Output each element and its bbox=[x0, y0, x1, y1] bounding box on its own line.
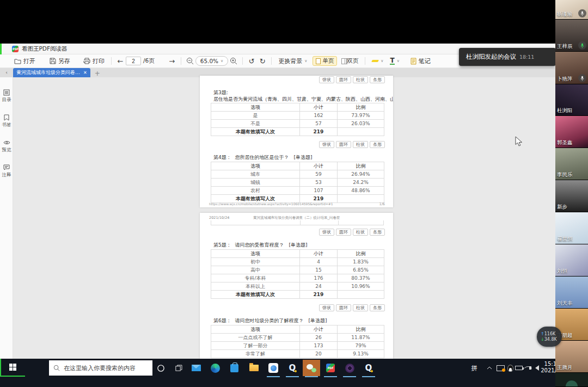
zoom-in-button[interactable] bbox=[228, 56, 239, 67]
chevron-down-icon: ∨ bbox=[381, 59, 383, 63]
start-button[interactable] bbox=[0, 359, 25, 377]
table-row: 专科/本科17680.37% bbox=[211, 274, 384, 282]
sidebar-item-preview[interactable]: 预览 bbox=[0, 139, 13, 153]
notification-text: 杜浏阳发起的会议 bbox=[466, 53, 516, 61]
sidebar-item-label: 目录 bbox=[0, 97, 13, 103]
ime-indicator[interactable]: 拼 bbox=[467, 361, 481, 375]
question-text: 第5题： 请问您的受教育程度？ [单选题] bbox=[213, 242, 308, 249]
open-button[interactable]: 打开 bbox=[11, 56, 39, 67]
print-button[interactable]: 打印 bbox=[80, 56, 108, 67]
participant-tile[interactable]: 卜艳萍 bbox=[555, 52, 588, 84]
qq-icon[interactable]: Q bbox=[284, 360, 301, 376]
participant-tile[interactable]: 新步 bbox=[555, 180, 588, 212]
participant-tile[interactable]: 王腾月 bbox=[555, 341, 588, 373]
bar-chart-button[interactable]: 条形 bbox=[370, 141, 385, 148]
pie-chart-button[interactable]: 饼状 bbox=[319, 229, 334, 236]
page-number-input[interactable] bbox=[126, 57, 141, 65]
document-header-title: 黄河流域城市垃圾分类问卷调查（二）统计结果_问卷星 bbox=[200, 216, 393, 220]
sidebar-item-label: 预览 bbox=[0, 147, 13, 153]
question-body: 您所居住的地区是位于？ bbox=[235, 155, 289, 160]
taskbar-search-input[interactable]: 在这里输入你要搜索的内容 bbox=[49, 360, 152, 376]
mail-icon[interactable] bbox=[187, 360, 205, 376]
pie-chart-button[interactable]: 饼状 bbox=[319, 141, 334, 148]
save-as-label: 另存 bbox=[58, 57, 70, 65]
mic-muted-icon bbox=[578, 74, 586, 82]
change-background-button[interactable]: 更换背景 ∨ bbox=[275, 56, 310, 67]
new-tab-button[interactable]: + bbox=[95, 70, 100, 77]
chevron-down-icon: ∨ bbox=[397, 59, 400, 63]
prev-page-button[interactable]: ← bbox=[115, 56, 126, 67]
qq-icon[interactable]: Q bbox=[360, 360, 377, 376]
tab-close-icon[interactable]: ✕ bbox=[83, 70, 87, 75]
sidebar-collapse-button[interactable]: ‹ bbox=[0, 68, 13, 77]
highlighter-button[interactable]: ∨ bbox=[369, 56, 387, 67]
column-chart-button[interactable]: 柱状 bbox=[353, 76, 368, 83]
save-as-button[interactable]: 另存 bbox=[46, 56, 74, 67]
app-logo-icon: PDF bbox=[12, 46, 19, 52]
wechat-icon[interactable] bbox=[303, 360, 320, 376]
double-page-button[interactable]: 双页 bbox=[338, 56, 362, 66]
sidebar-item-annotation[interactable]: 注释 bbox=[0, 164, 13, 179]
clock-date: 2021/ bbox=[541, 367, 556, 374]
participant-tile[interactable]: 杜浏阳 bbox=[555, 84, 588, 116]
participant-tile[interactable]: 刘天丰 bbox=[555, 277, 588, 309]
donut-chart-button[interactable]: 圆环 bbox=[336, 229, 351, 236]
column-chart-button[interactable]: 柱状 bbox=[353, 141, 368, 148]
pdf-reader-icon[interactable]: PDF bbox=[322, 360, 339, 376]
task-view-button[interactable] bbox=[171, 361, 185, 375]
participant-tile[interactable]: 王梓辰 bbox=[555, 20, 588, 52]
bar-chart-button[interactable]: 条形 bbox=[370, 229, 385, 236]
col-header-count: 小计 bbox=[300, 103, 338, 112]
sidebar-item-bookmark[interactable]: 书签 bbox=[0, 114, 13, 128]
sidebar-item-toc[interactable]: 目录 bbox=[0, 89, 13, 103]
table-footer-row: 本题有效填写人次219 bbox=[211, 128, 384, 136]
download-speed: 34.8K bbox=[544, 337, 557, 342]
participant-tile[interactable]: 崔世恒 bbox=[555, 212, 588, 244]
column-chart-button[interactable]: 柱状 bbox=[353, 304, 368, 311]
edge-icon[interactable] bbox=[206, 360, 224, 376]
pie-chart-button[interactable]: 饼状 bbox=[319, 76, 334, 83]
bar-chart-button[interactable]: 条形 bbox=[370, 304, 385, 311]
undo-button[interactable]: ↺ bbox=[246, 56, 257, 67]
next-page-button[interactable]: → bbox=[167, 56, 177, 67]
clock-time: 15:1 bbox=[541, 361, 556, 367]
cortana-button[interactable] bbox=[154, 361, 168, 375]
search-icon bbox=[53, 365, 60, 371]
participant-tile[interactable]: 刘恒 bbox=[555, 244, 588, 277]
redo-button[interactable]: ↻ bbox=[257, 56, 268, 67]
donut-chart-button[interactable]: 圆环 bbox=[336, 76, 351, 83]
table-row: 了解一部分17379% bbox=[211, 342, 384, 350]
text-tool-button[interactable]: T ∨ bbox=[387, 56, 402, 67]
tencent-meeting-icon[interactable] bbox=[265, 360, 282, 376]
zoom-out-button[interactable] bbox=[185, 56, 195, 67]
donut-chart-button[interactable]: 圆环 bbox=[336, 304, 351, 311]
pie-chart-button[interactable]: 饼状 bbox=[319, 304, 334, 311]
zoom-level-select[interactable]: 65.0% ∨ bbox=[195, 56, 228, 66]
mic-on-icon bbox=[578, 41, 586, 50]
chart-type-buttons: 饼状 圆环 柱状 条形 bbox=[319, 304, 385, 311]
participant-name: 新步 bbox=[557, 204, 567, 211]
participant-tile[interactable]: 李民乐 bbox=[555, 148, 588, 180]
tab-document[interactable]: 黄河流域城市垃圾分类问卷调查 ✕ bbox=[13, 68, 90, 77]
taskbar-clock[interactable]: 15:1 2021/ bbox=[541, 361, 556, 374]
store-icon[interactable] bbox=[225, 360, 243, 376]
question-number: 第5题： bbox=[213, 242, 231, 248]
donut-chart-button[interactable]: 圆环 bbox=[336, 141, 351, 148]
single-page-button[interactable]: 单页 bbox=[313, 56, 337, 66]
text-tool-icon: T bbox=[390, 57, 394, 65]
meeting-notification[interactable]: 杜浏阳发起的会议 18:11 bbox=[459, 48, 556, 66]
table-row: 非常了解209.13% bbox=[211, 350, 384, 358]
network-speed-monitor[interactable]: ↑116K ↓34.8K bbox=[537, 327, 562, 347]
column-chart-button[interactable]: 柱状 bbox=[353, 229, 368, 236]
zoom-level-value: 65.0% bbox=[200, 58, 218, 64]
file-explorer-icon[interactable] bbox=[245, 360, 262, 376]
bar-chart-button[interactable]: 条形 bbox=[370, 76, 385, 83]
bookmark-icon bbox=[3, 114, 10, 121]
participant-tile[interactable] bbox=[555, 373, 588, 387]
note-button[interactable]: 笔记 bbox=[407, 56, 434, 67]
sidebar-item-label: 书签 bbox=[0, 122, 13, 128]
pdf-page-1: 饼状 圆环 柱状 条形 第3题: 居住地是否为黄河流域（青海、四川、甘肃、宁夏、… bbox=[200, 76, 393, 207]
participant-tile[interactable]: 郭圣鑫 bbox=[555, 116, 588, 148]
participant-tile[interactable]: 杨谨瑜 bbox=[555, 0, 588, 20]
media-player-icon[interactable] bbox=[341, 360, 358, 376]
